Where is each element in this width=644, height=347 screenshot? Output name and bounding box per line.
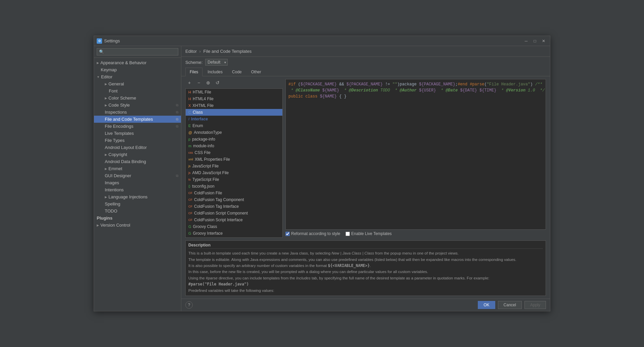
code-editor[interactable]: #if (${PACKAGE_NAME} && ${PACKAGE_NAME} … [285, 79, 546, 230]
copy-icon: ⧉ [176, 117, 178, 121]
sidebar-item-copyright[interactable]: ▶ Copyright [94, 151, 181, 158]
file-item-xhtml[interactable]: X XHTML File [186, 102, 282, 109]
sidebar-item-label: Appearance & Behavior [100, 60, 146, 65]
close-button[interactable]: ✕ [540, 38, 547, 44]
file-item-cf-script-interface[interactable]: CF ColdFusion Script Interface [186, 217, 282, 223]
tab-other[interactable]: Other [247, 68, 266, 76]
file-item-tsconfig[interactable]: {} tsconfig.json [186, 183, 282, 190]
reset-template-button[interactable]: ↺ [214, 79, 222, 86]
maximize-button[interactable]: □ [531, 38, 539, 44]
sidebar-item-appearance[interactable]: ▶ Appearance & Behavior [94, 59, 181, 66]
sidebar-item-spelling[interactable]: Spelling [94, 200, 181, 207]
file-item-groovy-class[interactable]: G Groovy Class [186, 223, 282, 230]
sidebar-item-version-control[interactable]: ▶ Version Control [94, 222, 181, 229]
file-item-cf-tag-component[interactable]: CF ColdFusion Tag Component [186, 196, 282, 203]
file-item-cf-script-component[interactable]: CF ColdFusion Script Component [186, 210, 282, 217]
file-list: H HTML File H HTML4 File X XHTML File [185, 88, 283, 238]
ok-button[interactable]: OK [478, 301, 495, 309]
file-type-icon: ts [188, 178, 191, 181]
scheme-select[interactable]: Default Project [205, 59, 228, 66]
scheme-bar: Scheme: Default Project [181, 57, 550, 68]
file-item-package-info[interactable]: p package-info [186, 136, 282, 143]
file-item-name: Enum [192, 123, 203, 128]
sidebar-item-label: Keymap [101, 67, 117, 72]
sidebar-item-android-layout-editor[interactable]: Android Layout Editor [94, 144, 181, 151]
sidebar-item-inspections[interactable]: Inspections ⧉ [94, 109, 181, 116]
sidebar-item-general[interactable]: ▶ General [94, 80, 181, 87]
reformat-checkbox-label[interactable]: Reformat according to style [285, 231, 340, 236]
file-item-interface[interactable]: I Interface [186, 116, 282, 122]
file-item-name: ColdFusion Script Interface [194, 218, 243, 222]
file-type-icon: C [188, 110, 191, 114]
file-item-class[interactable]: C Class [186, 109, 282, 116]
sidebar-item-live-templates[interactable]: Live Templates [94, 130, 181, 137]
file-item-name: module-info [193, 144, 214, 148]
tabs-bar: Files Includes Code Other [181, 68, 550, 76]
tab-includes[interactable]: Includes [203, 68, 227, 76]
minimize-button[interactable]: ─ [522, 38, 530, 44]
cancel-button[interactable]: Cancel [498, 301, 522, 309]
apply-button[interactable]: Apply [524, 301, 546, 309]
file-item-name: CSS File [195, 150, 211, 155]
tab-code[interactable]: Code [228, 68, 246, 76]
sidebar-item-intentions[interactable]: Intentions [94, 186, 181, 193]
sidebar-item-gui-designer[interactable]: GUI Designer ⧉ [94, 172, 181, 179]
file-item-xml-properties[interactable]: xml XML Properties File [186, 156, 282, 163]
tab-files[interactable]: Files [185, 68, 202, 76]
file-item-name: XHTML File [192, 103, 214, 108]
file-item-name: ColdFusion Script Component [194, 211, 248, 216]
remove-template-button[interactable]: − [195, 79, 203, 86]
file-item-annotation[interactable]: @ AnnotationType [186, 129, 282, 136]
file-item-typescript[interactable]: ts TypeScript File [186, 176, 282, 183]
add-template-button[interactable]: + [185, 79, 193, 86]
file-item-enum[interactable]: E Enum [186, 122, 282, 129]
sidebar-item-font[interactable]: Font [94, 87, 181, 94]
file-item-coldfusion[interactable]: CF ColdFusion File [186, 190, 282, 196]
sidebar-item-todo[interactable]: TODO [94, 207, 181, 215]
copy-template-button[interactable]: ⊕ [204, 79, 212, 86]
sidebar-item-code-style[interactable]: ▶ Code Style ⧉ [94, 102, 181, 109]
sidebar-item-editor[interactable]: ▼ Editor [94, 73, 181, 80]
file-item-groovy-trait[interactable]: G Groovy Trait [186, 237, 282, 238]
sidebar-item-language-injections[interactable]: ▶ Language Injections [94, 193, 181, 200]
file-item-html[interactable]: H HTML File [186, 89, 282, 95]
file-item-name: ColdFusion File [194, 191, 222, 195]
sidebar-item-plugins[interactable]: Plugins [94, 215, 181, 222]
file-item-javascript[interactable]: js JavaScript File [186, 163, 282, 169]
sidebar-item-label: File and Code Templates [105, 117, 153, 122]
sidebar-item-android-data-binding[interactable]: Android Data Binding [94, 158, 181, 165]
file-item-module-info[interactable]: m module-info [186, 143, 282, 149]
arrow-icon: ▶ [97, 61, 99, 65]
reformat-checkbox[interactable] [285, 232, 290, 236]
sidebar-item-emmet[interactable]: ▶ Emmet [94, 165, 181, 172]
sidebar-item-label: Android Data Binding [105, 159, 146, 164]
file-item-amd-javascript[interactable]: js AMD JavaScript File [186, 169, 282, 176]
live-templates-checkbox[interactable] [346, 232, 350, 236]
search-box [94, 46, 181, 58]
sidebar-item-file-encodings[interactable]: File Encodings ⧉ [94, 123, 181, 130]
sidebar-item-label: File Encodings [105, 124, 133, 129]
file-item-groovy-interface[interactable]: G Groovy Interface [186, 230, 282, 237]
arrow-icon: ▶ [105, 153, 107, 156]
sidebar-item-images[interactable]: Images [94, 179, 181, 186]
sidebar-item-keymap[interactable]: Keymap [94, 66, 181, 73]
sidebar-item-label: File Types [105, 138, 125, 143]
sidebar-item-file-code-templates[interactable]: File and Code Templates ⧉ [94, 116, 181, 123]
file-type-icon: m [188, 144, 191, 148]
file-item-name: package-info [192, 137, 215, 142]
file-item-cf-tag-interface[interactable]: CF ColdFusion Tag Interface [186, 203, 282, 210]
file-type-icon: G [188, 231, 191, 235]
sidebar-item-color-scheme[interactable]: ▶ Color Scheme [94, 94, 181, 102]
search-input[interactable] [97, 48, 178, 55]
file-item-css[interactable]: css CSS File [186, 149, 282, 156]
sidebar-item-file-types[interactable]: File Types [94, 137, 181, 144]
live-templates-checkbox-label[interactable]: Enable Live Templates [346, 231, 392, 236]
breadcrumb-current: File and Code Templates [203, 49, 252, 54]
file-type-icon: I [188, 117, 189, 121]
window-title: Settings [104, 38, 522, 43]
file-item-html4[interactable]: H HTML4 File [186, 95, 282, 102]
file-type-icon: CF [188, 191, 192, 195]
title-bar: ⚙ Settings ─ □ ✕ [94, 36, 550, 46]
settings-window: ⚙ Settings ─ □ ✕ ▶ Appearance & Behavior… [94, 36, 550, 311]
help-button[interactable]: ? [185, 301, 193, 309]
